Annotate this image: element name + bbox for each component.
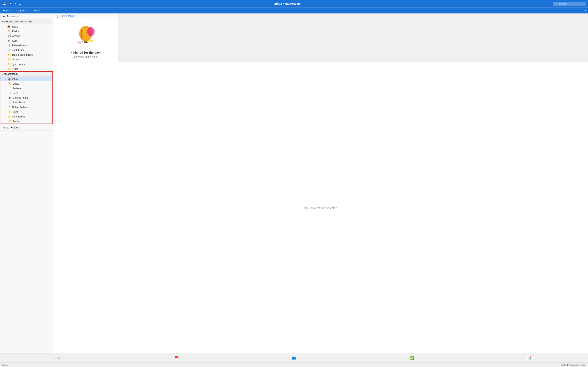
junk-star-icon[interactable]: ☆: [49, 101, 51, 104]
account-header-musterteam[interactable]: ▾ Musterteam: [0, 72, 52, 77]
sidebar-item-max-rss[interactable]: 📁 RSS Subscriptions: [0, 52, 53, 57]
ribbon-tab-organise[interactable]: Organise: [15, 8, 29, 13]
svg-point-2: [83, 29, 85, 33]
sidebar-item-max-drafts[interactable]: ✏️ Drafts: [0, 29, 53, 34]
musterteam-sync-expand-icon: ›: [5, 116, 6, 118]
sidebar-item-max-inbox[interactable]: › 📥 Inbox: [0, 24, 53, 29]
musterteam-junk-icon: ⚠: [8, 101, 11, 104]
online-archive-expand-icon: ›: [5, 106, 6, 108]
musterteam-deleted-icon: 🗑: [8, 96, 11, 99]
sort-arrow-icon[interactable]: ▾: [77, 15, 78, 17]
sort-direction-icon[interactable]: ↓: [80, 15, 81, 17]
musterteam-section: ▾ Musterteam › 📥 Inbox ✏️ Drafts 🗃 Archi…: [0, 71, 53, 124]
balloon-illustration: [73, 23, 98, 48]
svg-line-7: [87, 42, 89, 43]
sidebar-item-max-junk[interactable]: ⚠ Junk Email: [0, 48, 53, 52]
svg-line-5: [87, 41, 89, 42]
titlebar-icons: 💾 ↩ ↪ 🖨: [2, 2, 22, 6]
sidebar-item-musterteam-archive[interactable]: 🗃 Archive: [0, 86, 52, 91]
musterteam-sync-icon: 📁: [8, 115, 11, 118]
empty-subtitle: Enjoy your empty inbox.: [72, 55, 99, 58]
message-list-header: By: Conversations ▾ ↓: [53, 13, 118, 19]
main-layout: › All Accounts ▾ Max.Mustermann@lrz.de ›…: [0, 13, 588, 354]
musterteam-online-archive-icon: 🗃: [8, 106, 11, 109]
musterteam-sent2-icon: 📁: [8, 110, 11, 113]
content-area: By: Conversations ▾ ↓: [53, 13, 588, 354]
no-conversation-label: No Conversation Selected: [304, 206, 337, 210]
nav-calendar-icon[interactable]: 📅: [173, 355, 179, 361]
svg-rect-3: [84, 41, 87, 43]
drafts-icon: ✏️: [8, 30, 11, 33]
nav-notes-icon[interactable]: 📝: [526, 355, 532, 361]
junk-icon: ⚠: [8, 49, 11, 52]
svg-point-8: [77, 41, 82, 44]
ribbon-tab-tools[interactable]: Tools: [33, 8, 41, 13]
statusbar: Items: 0 All folders are up to date.: [0, 363, 588, 367]
musterteam-sent-icon: ▷: [8, 92, 11, 95]
sidebar: › All Accounts ▾ Max.Mustermann@lrz.de ›…: [0, 13, 53, 354]
sidebar-item-musterteam-drafts[interactable]: ✏️ Drafts: [0, 81, 52, 86]
spambox-icon: 📁: [8, 58, 11, 61]
message-list: By: Conversations ▾ ↓: [53, 13, 118, 62]
nav-mail-icon[interactable]: ✉: [56, 355, 62, 361]
sidebar-item-musterteam-sync[interactable]: › 📁 Sync Issues: [0, 114, 52, 119]
sidebar-item-musterteam-online-archive[interactable]: › 🗃 Online Archive: [0, 105, 52, 109]
sidebar-item-musterteam-deleted[interactable]: 🗑 Deleted Items: [0, 95, 52, 100]
sidebar-item-max-deleted[interactable]: 🗑 Deleted Items: [0, 43, 53, 48]
sidebar-item-max-sent[interactable]: ▷ Sent: [0, 38, 53, 43]
all-accounts-expand-icon: ›: [2, 15, 2, 17]
bottom-nav: ✉ 📅 👥 ✅ 📝: [0, 354, 588, 363]
sync-icon: 📁: [7, 63, 10, 66]
svg-line-4: [82, 41, 84, 42]
window-title: Inbox • Musterteam: [22, 2, 553, 5]
all-accounts-label: All Accounts: [3, 15, 17, 18]
search-bar[interactable]: 🔍: [553, 2, 586, 6]
archive-icon: 🗃: [8, 34, 11, 38]
print-icon[interactable]: 🖨: [18, 2, 22, 6]
sidebar-item-max-trash[interactable]: 📁 Trash: [0, 67, 53, 71]
save-icon[interactable]: 💾: [2, 2, 6, 6]
ribbon-collapse-button[interactable]: ▾: [585, 9, 586, 12]
smart-folders-row[interactable]: › Smart Folders: [0, 125, 53, 131]
undo-icon[interactable]: ↩: [8, 2, 11, 6]
nav-contacts-icon[interactable]: 👥: [291, 355, 297, 361]
search-input[interactable]: [559, 2, 583, 5]
sort-label[interactable]: By: Conversations: [56, 15, 75, 17]
sidebar-item-max-sync[interactable]: › 📁 Sync Issues: [0, 62, 53, 67]
ribbon: Home Organise Tools ▾: [0, 7, 588, 13]
sidebar-item-max-spambox[interactable]: 📁 Spambox: [0, 57, 53, 62]
smart-folders-label: Smart Folders: [3, 126, 20, 129]
musterteam-trash-icon: 📁: [8, 120, 11, 123]
sidebar-item-musterteam-sent2[interactable]: 📁 Sent: [0, 109, 52, 114]
statusbar-items: Items: 0: [2, 364, 10, 366]
svg-line-6: [82, 42, 84, 43]
musterteam-expand-icon: ▾: [2, 73, 3, 75]
account-header-max[interactable]: ▾ Max.Mustermann@lrz.de: [0, 19, 53, 24]
deleted-icon: 🗑: [8, 44, 11, 47]
sidebar-item-musterteam-sent[interactable]: ▷ Sent: [0, 91, 52, 95]
ribbon-tab-home[interactable]: Home: [2, 8, 11, 13]
svg-point-9: [89, 40, 94, 42]
reading-pane: No Conversation Selected: [53, 62, 588, 354]
redo-icon[interactable]: ↪: [13, 2, 17, 6]
max-account-expand-icon: ▾: [2, 21, 3, 23]
sidebar-item-musterteam-inbox[interactable]: › 📥 Inbox: [0, 77, 52, 81]
smart-folders-expand-icon: ›: [2, 126, 2, 129]
sidebar-item-musterteam-trash[interactable]: 📁 Trash: [0, 119, 52, 124]
sync-expand-icon: ›: [5, 63, 6, 65]
musterteam-inbox-icon: 📥: [8, 77, 11, 81]
inbox-expand-icon: ›: [5, 26, 6, 28]
musterteam-inbox-expand-icon: ›: [5, 78, 6, 80]
titlebar: 💾 ↩ ↪ 🖨 Inbox • Musterteam 🔍: [0, 0, 588, 7]
musterteam-archive-icon: 🗃: [8, 87, 11, 90]
svg-point-1: [87, 27, 95, 36]
sidebar-item-musterteam-junk[interactable]: ⚠ Junk Email ☆: [0, 100, 52, 105]
trash-icon: 📁: [8, 67, 11, 70]
max-account-name: Max.Mustermann@lrz.de: [3, 20, 32, 23]
rss-icon: 📁: [8, 53, 11, 56]
search-icon: 🔍: [554, 2, 558, 5]
all-accounts-row[interactable]: › All Accounts: [0, 13, 53, 19]
account-section-max: ▾ Max.Mustermann@lrz.de › 📥 Inbox ✏️ Dra…: [0, 19, 53, 71]
sidebar-item-max-archive[interactable]: 🗃 Archive: [0, 34, 53, 38]
nav-tasks-icon[interactable]: ✅: [409, 355, 415, 361]
